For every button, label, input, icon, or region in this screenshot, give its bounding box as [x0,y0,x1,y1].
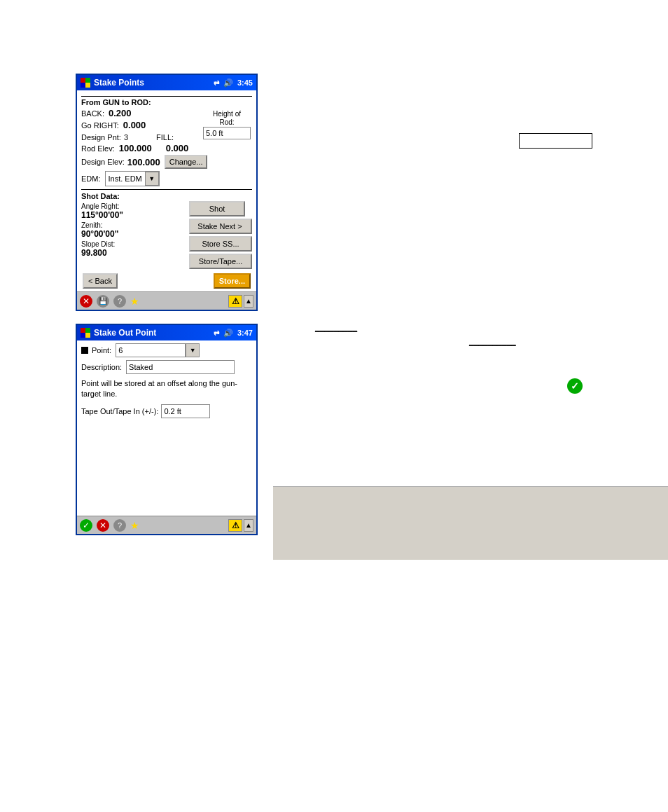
back-value: 0.200 [109,108,132,118]
zenith-label: Zenith: [81,221,186,229]
edm-value: Inst. EDM [106,174,145,184]
volume-icon-2: 🔊 [223,329,233,338]
underline-line-2: __________ [469,336,516,346]
description-row: Description: [81,360,252,374]
stake-points-title: Stake Points [94,78,144,88]
back-button[interactable]: < Back [83,273,118,289]
gray-bottom-box [273,486,668,560]
description-input[interactable] [126,360,235,374]
height-of-rod-container: Height ofRod: [202,110,252,139]
point-indicator [81,347,88,354]
stake-out-title-bar: Stake Out Point ⇄ 🔊 3:47 [77,325,256,340]
angle-right-value: 115°00'00" [81,210,186,220]
rod-elev-row: Rod Elev: 100.000 0.000 [81,143,252,153]
close-icon-2[interactable]: ✕ [97,519,109,532]
time-display: 3:45 [237,78,253,87]
win1-body: From GUN to ROD: BACK: 0.200 Height ofRo… [77,90,256,291]
underline-text-2: __________ [469,336,516,346]
point-input[interactable] [116,343,186,357]
go-right-label: Go RIGHT: [81,121,119,130]
shot-button[interactable]: Shot [189,201,245,216]
gun-rod-section-header: From GUN to ROD: [81,96,252,106]
save-icon-1[interactable]: 💾 [97,295,109,308]
point-dropdown[interactable]: ▼ [186,343,200,357]
shot-values: Angle Right: 115°00'00" Zenith: 90°00'00… [81,201,186,258]
slope-dist-value: 99.800 [81,248,186,258]
design-elev-value: 100.000 [127,157,160,167]
rod-elev-label: Rod Elev: [81,144,115,153]
shot-data-row: Angle Right: 115°00'00" Zenith: 90°00'00… [81,201,252,269]
point-label: Point: [92,346,111,355]
info-text: Point will be stored at an offset along … [81,378,252,400]
shot-data-label: Shot Data: [81,192,120,200]
underline-text-1: _________ [315,322,357,332]
stake-next-button[interactable]: Stake Next > [189,219,252,234]
star-icon-2[interactable]: ★ [130,520,139,531]
change-button[interactable]: Change... [165,155,208,169]
title-bar-right-2: ⇄ 🔊 3:47 [214,329,253,338]
edm-label: EDM: [81,174,101,183]
warning-icon-1: ⚠ [228,295,242,308]
xp-logo-icon [81,78,90,88]
stake-points-title-bar: Stake Points ⇄ 🔊 3:45 [77,75,256,90]
win2-taskbar: ✓ ✕ ? ★ ⚠ ▲ [77,516,256,534]
warning-icon-2: ⚠ [228,519,242,532]
store-ss-button[interactable]: Store SS... [189,236,252,252]
underline-line-1: _________ [315,322,357,332]
shot-data-section: Shot Data: Angle Right: 115°00'00" Zenit… [81,189,252,269]
ok-icon-2[interactable]: ✓ [80,519,92,532]
go-right-value: 0.000 [123,120,146,130]
rod-elev-value: 100.000 [119,143,152,153]
zenith-value: 90°00'00" [81,229,186,239]
design-elev-label: Design Elev: [81,158,125,166]
design-elev-row: Design Elev: 100.000 Change... [81,155,252,169]
shot-buttons-group: Shot Stake Next > Store SS... Store/Tape… [189,201,252,269]
angle-right-label: Angle Right: [81,202,186,210]
slope-dist-label: Slope Dist: [81,240,186,248]
edm-dropdown[interactable]: ▼ [145,172,159,186]
store-button[interactable]: Store... [214,273,251,289]
wifi-icon: ⇄ [214,79,219,87]
win1-taskbar: ✕ 💾 ? ★ ⚠ ▲ [77,291,256,310]
back-row: BACK: 0.200 Height ofRod: [81,108,252,118]
stake-points-window: Stake Points ⇄ 🔊 3:45 From GUN to ROD: B… [76,74,258,311]
stake-out-title: Stake Out Point [94,328,156,338]
edm-row: EDM: Inst. EDM ▼ [81,171,252,186]
back-label: BACK: [81,109,104,118]
stake-out-point-window: Stake Out Point ⇄ 🔊 3:47 Point: ▼ Descri… [76,324,258,535]
warning-area-2: ⚠ ▲ [228,519,253,532]
height-of-rod-input[interactable] [203,127,251,139]
star-icon-1[interactable]: ★ [130,296,139,307]
back-store-row: < Back Store... [81,273,252,289]
xp-logo-icon-2 [81,328,90,338]
arrow-up-1[interactable]: ▲ [244,295,253,308]
win2-body: Point: ▼ Description: Point will be stor… [77,340,256,516]
right-empty-box [519,133,592,149]
arrow-up-2[interactable]: ▲ [244,519,253,532]
height-of-rod-label: Height ofRod: [202,110,252,127]
wifi-icon-2: ⇄ [214,329,219,337]
fill-value: 0.000 [166,143,189,153]
description-label: Description: [81,363,122,371]
close-icon-1[interactable]: ✕ [80,295,92,308]
fill-label: FILL: [156,133,174,142]
green-check-icon: ✓ [567,378,583,394]
tape-label: Tape Out/Tape In (+/-): [81,407,158,415]
help-icon-1[interactable]: ? [113,295,126,308]
design-pnt-value: 3 [124,133,128,142]
tape-input[interactable] [161,404,210,418]
tape-row: Tape Out/Tape In (+/-): [81,404,252,418]
warning-area-1: ⚠ ▲ [228,295,253,308]
help-icon-2[interactable]: ? [113,519,126,532]
title-bar-right: ⇄ 🔊 3:45 [214,78,253,88]
design-pnt-label: Design Pnt: [81,133,121,142]
point-row: Point: ▼ [81,343,252,357]
store-tape-button[interactable]: Store/Tape... [189,254,252,269]
volume-icon: 🔊 [223,78,233,88]
time-display-2: 3:47 [237,329,253,337]
